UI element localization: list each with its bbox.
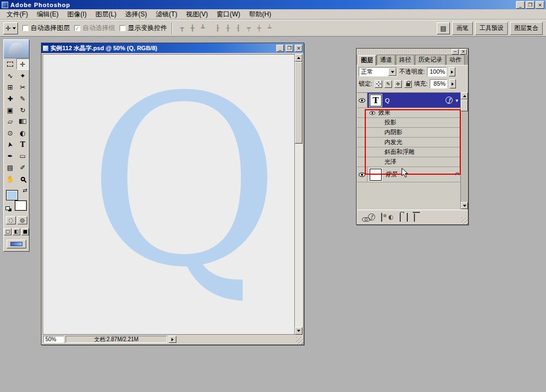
jump-to-imageready-button[interactable] [7, 240, 26, 248]
effects-header-row[interactable]: 效果 [357, 108, 460, 118]
adjustment-layer-button[interactable]: ◐ [388, 214, 394, 220]
tool-blur[interactable]: ⊙ [4, 127, 16, 139]
menu-window[interactable]: 窗口(W) [212, 9, 245, 20]
tool-lasso[interactable]: ∿ [4, 70, 16, 81]
swap-colors-icon[interactable]: ⇄ [23, 188, 27, 193]
quick-mask-mode-button[interactable] [17, 216, 27, 224]
lock-image-button[interactable]: ✎ [384, 80, 392, 88]
effects-expand-icon[interactable]: ▾ [455, 98, 458, 103]
tool-preset-picker[interactable]: ✛ [3, 22, 18, 34]
background-color-swatch[interactable] [15, 200, 27, 211]
canvas[interactable]: Q [43, 54, 295, 335]
layer-thumbnail[interactable]: T [370, 94, 382, 106]
tool-shape[interactable]: ▭ [16, 150, 29, 162]
distribute-right-button[interactable]: ┨ [233, 23, 244, 33]
tool-move[interactable]: ✛ [16, 58, 29, 70]
menu-image[interactable]: 图像(I) [63, 9, 91, 20]
fill-slider-button[interactable] [449, 79, 456, 88]
foreground-color-swatch[interactable] [6, 190, 18, 200]
tool-history-brush[interactable]: ↻ [16, 104, 29, 116]
tool-zoom[interactable] [16, 173, 29, 185]
add-mask-button[interactable] [381, 213, 382, 221]
palette-resize-grip[interactable] [461, 217, 468, 224]
zoom-level-input[interactable]: 50% [43, 336, 64, 343]
effect-row-inner-glow[interactable]: 内发光 [357, 138, 460, 147]
tool-healing-brush[interactable]: ✚ [4, 93, 16, 104]
default-colors-icon[interactable] [5, 206, 11, 211]
standard-mode-button[interactable] [6, 216, 16, 224]
layer-thumbnail[interactable] [370, 169, 382, 181]
tool-gradient[interactable] [16, 116, 29, 127]
align-center-button[interactable]: ╋ [187, 23, 198, 33]
doc-minimize-button[interactable]: _ [276, 45, 284, 52]
visibility-cell[interactable] [357, 93, 367, 108]
tool-eraser[interactable]: ▱ [4, 116, 16, 127]
tool-magic-wand[interactable]: ✦ [16, 70, 29, 81]
tab-paths[interactable]: 路径 [396, 55, 414, 65]
opacity-slider-button[interactable] [449, 67, 455, 76]
tool-type[interactable]: T [16, 139, 29, 150]
tool-dodge[interactable]: ◐ [16, 127, 29, 139]
close-button[interactable]: × [536, 1, 544, 9]
scroll-up-button[interactable] [461, 92, 468, 99]
restore-button[interactable]: ❐ [526, 1, 535, 9]
fill-input[interactable]: 85% [430, 79, 447, 88]
tool-pen[interactable]: ✒ [4, 150, 16, 162]
scroll-up-button[interactable] [295, 54, 302, 62]
lock-all-button[interactable] [404, 80, 412, 88]
vertical-scrollbar[interactable] [295, 54, 302, 335]
auto-select-group-checkbox[interactable]: ✓ 自动选择组 [74, 23, 115, 33]
tool-eyedropper[interactable]: ✐ [16, 162, 29, 173]
effect-row-inner-shadow[interactable]: 内阴影 [357, 128, 460, 138]
distribute-vcenter-button[interactable]: ┿ [254, 23, 264, 33]
tab-history[interactable]: 历史记录 [415, 55, 446, 65]
checkbox-box[interactable] [120, 25, 126, 31]
tool-rectangular-marquee[interactable] [4, 58, 16, 70]
layer-row-background[interactable]: 背景 [357, 167, 460, 182]
align-bottom-button[interactable]: ┻ [198, 23, 208, 33]
standard-screen-button[interactable]: ▢ [4, 228, 11, 235]
tool-presets-palette-tab[interactable]: 工具预设 [475, 22, 508, 35]
distribute-hcenter-button[interactable]: ╂ [223, 23, 233, 33]
checkbox-box[interactable]: ✓ [74, 25, 80, 31]
blend-mode-select[interactable]: 正常 [359, 67, 397, 76]
tool-clone-stamp[interactable]: ▣ [4, 104, 16, 116]
doc-close-button[interactable]: × [295, 45, 302, 52]
visibility-cell[interactable] [357, 167, 367, 182]
new-group-button[interactable] [400, 213, 401, 221]
menu-layer[interactable]: 图层(L) [91, 9, 121, 20]
tool-notes[interactable]: ▤ [4, 162, 16, 173]
tab-channels[interactable]: 通道 [377, 55, 395, 65]
tool-slice[interactable]: ✂ [16, 81, 29, 93]
tool-crop[interactable]: ⊞ [4, 81, 16, 93]
blend-mode-dropdown-button[interactable] [388, 68, 396, 76]
layer-name[interactable]: Q [385, 97, 390, 104]
palette-collapse-button[interactable]: − [452, 49, 459, 55]
menu-filter[interactable]: 滤镜(T) [151, 9, 181, 20]
align-top-button[interactable]: ┳ [177, 23, 187, 33]
minimize-button[interactable]: _ [516, 1, 525, 9]
palette-scrollbar[interactable] [460, 92, 467, 209]
tool-path-selection[interactable]: ➤ [4, 139, 16, 150]
distribute-top-button[interactable]: ┯ [244, 23, 254, 33]
fullscreen-button[interactable]: ■ [21, 228, 29, 235]
menu-view[interactable]: 视图(V) [182, 9, 212, 20]
doc-restore-button[interactable]: ❐ [286, 45, 293, 52]
menu-select[interactable]: 选择(S) [121, 9, 151, 20]
eye-icon[interactable] [370, 111, 375, 115]
layer-comps-palette-tab[interactable]: 图层复合 [510, 22, 543, 35]
document-resize-grip[interactable] [296, 337, 304, 345]
tab-actions[interactable]: 动作 [446, 55, 465, 65]
scrollbar-thumb[interactable] [461, 99, 468, 111]
app-titlebar[interactable]: Adobe Photoshop _ ❐ × [0, 0, 546, 9]
auto-select-layer-checkbox[interactable]: 自动选择图层 [22, 23, 70, 33]
layer-name[interactable]: 背景 [385, 170, 397, 179]
lock-position-button[interactable]: ✛ [394, 80, 402, 88]
effect-row-bevel-emboss[interactable]: 斜面和浮雕 [357, 147, 460, 157]
brushes-palette-tab[interactable]: 画笔 [452, 22, 473, 35]
distribute-left-button[interactable]: ┠ [212, 23, 223, 33]
palette-close-button[interactable]: × [460, 49, 467, 55]
scroll-down-button[interactable] [461, 202, 468, 209]
opacity-input[interactable]: 100% [427, 67, 447, 76]
lock-transparency-button[interactable] [375, 80, 382, 88]
